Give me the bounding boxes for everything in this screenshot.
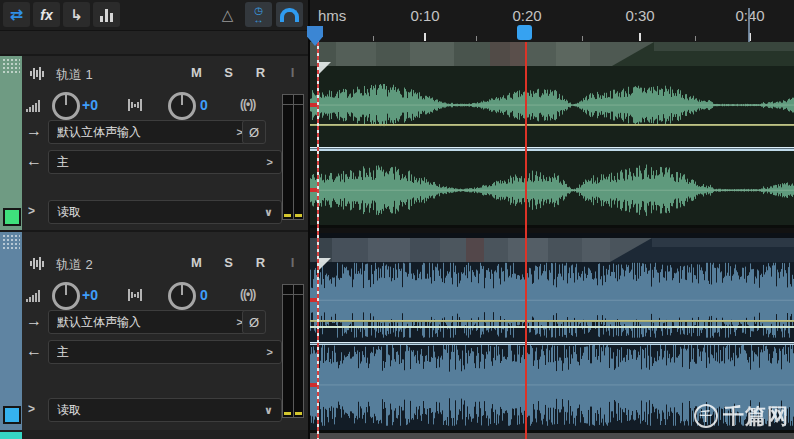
track-2-color-swatch[interactable] — [3, 406, 21, 424]
fx-icon: fx — [40, 8, 52, 22]
volume-value[interactable]: +0 — [82, 97, 98, 113]
clip-header-slope — [610, 238, 652, 262]
clip-title-block — [336, 42, 376, 66]
track-2-color-strip[interactable] — [0, 232, 22, 430]
volume-envelope-line[interactable] — [310, 320, 794, 322]
pan-value[interactable]: 0 — [200, 287, 208, 303]
volume-envelope-line[interactable] — [310, 124, 794, 126]
track-1-color-swatch[interactable] — [3, 208, 21, 226]
output-arrow-icon: ← — [26, 152, 42, 170]
metronome-icon: △ — [222, 7, 234, 22]
swap-arrows-icon: ⇄ — [10, 7, 23, 23]
input-select[interactable]: 默认立体声输入> — [48, 310, 252, 334]
metronome-button[interactable]: △ — [214, 2, 241, 27]
minor-tick — [582, 36, 583, 41]
track-1-name[interactable]: 轨道 1 — [56, 66, 93, 84]
solo-button[interactable]: S — [221, 255, 236, 270]
output-arrow-icon: ← — [26, 342, 42, 360]
playhead-head-marker[interactable] — [517, 25, 532, 40]
volume-knob[interactable] — [52, 92, 80, 120]
volume-knob[interactable] — [52, 282, 80, 310]
tick-label: 0:10 — [410, 7, 439, 24]
tick-label: 0:30 — [625, 7, 654, 24]
route-arrow-icon: ↳ — [70, 7, 83, 22]
time-ruler[interactable]: hms 0:10 0:20 0:30 0:40 — [310, 0, 794, 43]
toolbar-left-group: ⇄ fx ↳ — [3, 2, 120, 27]
track-2-msri: M S R I — [172, 255, 300, 270]
magnet-icon — [280, 8, 299, 22]
pan-knob[interactable] — [168, 92, 196, 120]
input-monitor-button[interactable]: I — [285, 255, 300, 270]
monitor-input-icon[interactable]: ((•)) — [240, 287, 255, 301]
input-select[interactable]: 默认立体声输入> — [48, 120, 252, 144]
automation-mode-select[interactable]: 读取∨ — [48, 398, 282, 422]
clip-title-block — [466, 238, 484, 262]
expand-row-chevron[interactable]: > — [28, 402, 35, 416]
track-2-name[interactable]: 轨道 2 — [56, 256, 93, 274]
track-2-controls: 轨道 2 M S R I +0 0 ((•)) — [22, 232, 308, 430]
snap-button[interactable] — [276, 2, 303, 27]
pan-knob[interactable] — [168, 282, 196, 310]
expand-row-chevron[interactable]: > — [28, 204, 35, 218]
pan-value[interactable]: 0 — [200, 97, 208, 113]
clip-2-header[interactable] — [310, 238, 794, 262]
arm-record-button[interactable]: R — [253, 65, 268, 80]
clip-header-rest — [652, 238, 794, 247]
global-stretch-button[interactable]: ◷↔ — [245, 2, 272, 27]
clip-title-block — [454, 42, 490, 66]
pan-icon — [128, 98, 142, 112]
volume-value[interactable]: +0 — [82, 287, 98, 303]
meter-peak-left — [284, 412, 291, 415]
time-unit-label: hms — [318, 7, 346, 24]
waveform-track-icon — [30, 257, 44, 270]
clip-1-header[interactable] — [310, 42, 794, 66]
track-1-header-panel: 轨道 1 M S R I +0 0 ((•)) — [0, 54, 308, 232]
mute-button[interactable]: M — [189, 65, 204, 80]
track-2-level-meter — [282, 284, 304, 418]
mixer-bars-icon — [100, 8, 113, 22]
clip-header-slope — [612, 42, 654, 66]
mute-button[interactable]: M — [189, 255, 204, 270]
minor-tick — [476, 36, 477, 41]
move-tool-button[interactable]: ⇄ — [3, 2, 30, 27]
arm-record-button[interactable]: R — [253, 255, 268, 270]
phase-invert-button[interactable]: Ø — [242, 310, 266, 334]
monitor-input-icon[interactable]: ((•)) — [240, 97, 255, 111]
pan-envelope-line[interactable] — [310, 147, 794, 151]
tick-mark — [424, 33, 426, 41]
effects-rack-button[interactable]: fx — [33, 2, 60, 27]
route-button[interactable]: ↳ — [63, 2, 90, 27]
playhead-line[interactable] — [525, 42, 527, 439]
automation-mode-select[interactable]: 读取∨ — [48, 200, 282, 224]
track-1-lane[interactable] — [310, 42, 794, 228]
track-1-msri: M S R I — [172, 65, 300, 80]
solo-button[interactable]: S — [221, 65, 236, 80]
output-select[interactable]: 主> — [48, 340, 282, 364]
clip-title-block — [440, 238, 466, 262]
stretch-indicator-line — [310, 326, 794, 328]
track-1-color-strip[interactable] — [0, 56, 22, 232]
track-2-waveform-left[interactable] — [310, 262, 794, 340]
track-3-color-strip[interactable] — [0, 432, 22, 439]
track-1-drag-grip-icon[interactable] — [2, 58, 20, 74]
tick-label: 0:20 — [512, 7, 541, 24]
pan-envelope-line[interactable] — [310, 342, 794, 345]
volume-icon — [26, 288, 40, 302]
phase-invert-button[interactable]: Ø — [242, 120, 266, 144]
tick-mark — [639, 33, 641, 41]
clip-title-block — [510, 42, 526, 66]
clip-title-block — [508, 238, 548, 262]
next-lane-sliver — [310, 433, 794, 439]
output-select[interactable]: 主> — [48, 150, 282, 174]
clip-title-block — [548, 238, 582, 262]
mixer-button[interactable] — [93, 2, 120, 27]
input-monitor-button[interactable]: I — [285, 65, 300, 80]
timeline-area: hms 0:10 0:20 0:30 0:40 — [310, 0, 794, 439]
input-arrow-icon: → — [26, 312, 42, 330]
track-1-waveform-left[interactable] — [310, 66, 794, 128]
clip-title-block — [368, 238, 410, 262]
track-1-controls: 轨道 1 M S R I +0 0 ((•)) — [22, 56, 308, 232]
track-2-drag-grip-icon[interactable] — [2, 234, 20, 250]
editor-toolbar: ⇄ fx ↳ △ ◷↔ — [0, 0, 308, 31]
track-1-waveform-right[interactable] — [310, 151, 794, 225]
